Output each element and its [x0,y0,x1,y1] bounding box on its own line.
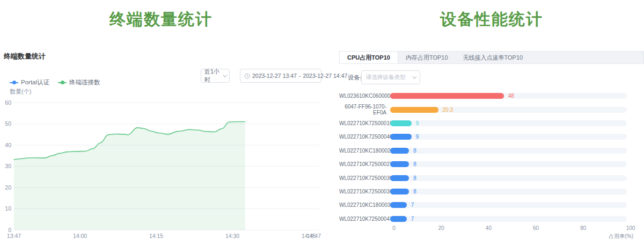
x-tick-label: 14:30 [225,233,239,239]
device-type-select[interactable]: 请选择设备类型 [361,70,420,84]
bar-x-tick-label: 20 [438,225,444,231]
bar-fill[interactable] [390,134,412,140]
y-tick-label: 40 [5,142,11,148]
tab-1[interactable]: 内存占用TOP10 [398,52,456,63]
device-name-label[interactable]: WL022710K725000369 [339,189,390,194]
x-tick-label: 14:15 [149,233,163,239]
bar-x-axis: 020406080100 [339,225,644,233]
device-name-label[interactable]: WL022710KC18000372 [339,202,390,208]
left-card-title: 终端数量统计 [4,52,46,61]
bar-fill[interactable] [390,107,438,113]
device-name-label[interactable]: WL022710K725000409 [339,134,390,140]
bar-x-tick-label: 40 [486,225,492,231]
bar-fill[interactable] [390,216,407,222]
bar-fill[interactable] [390,175,409,181]
date-range-picker[interactable]: 2023-12-27 13:47 - 2023-12-27 14:47 [240,69,321,83]
area-fill [14,122,245,230]
y-tick-label: 20 [5,184,11,191]
legend-marker-icon [58,82,67,83]
bar-fill[interactable] [390,148,409,154]
bar-row-4: WL022710KC180002808 [339,144,644,157]
bar-track: 7 [390,216,627,222]
bar-value-label: 8 [413,175,416,181]
legend-marker-icon [10,82,18,83]
clock-icon [244,73,250,79]
chevron-down-icon [223,73,227,77]
bar-fill[interactable] [390,120,412,126]
bar-row-9: WL022710K7250004707 [339,212,644,226]
bar-row-3: WL022710K7250004099 [339,130,644,143]
legend-label: 终端连接数 [69,78,100,87]
device-name-label[interactable]: WL022710K725000102 [339,120,390,126]
device-type-placeholder: 请选择设备类型 [366,74,406,81]
bar-row-6: WL022710K7250003078 [339,171,644,184]
bar-track: 9 [390,120,627,126]
device-name-label[interactable]: WL022710K725000470 [339,216,390,222]
cpu-top10-bar-chart: WL023610KC06000043486047-FF96-1070-EF0A2… [339,89,644,226]
bar-x-tick-label: 80 [580,225,586,231]
bar-fill[interactable] [390,202,407,208]
bar-track: 8 [390,161,627,167]
bar-row-1: 6047-FF96-1070-EF0A20.3 [339,103,644,116]
bar-row-2: WL022710K7250001029 [339,117,644,130]
device-name-label[interactable]: 6047-FF96-1070-EF0A [339,104,390,116]
date-range-separator: - [299,73,301,79]
terminal-count-panel: 终端数量统计 终端数量统计 近1小时 2023-12-27 13:47 - 20… [0,0,322,245]
y-tick-label: 30 [5,163,11,169]
chevron-down-icon [412,74,416,78]
bar-value-label: 7 [411,216,414,222]
x-tick-label: 14:47 [307,233,321,239]
y-tick-label: 10 [5,205,11,212]
bar-row-5: WL022710K7250002728 [339,157,644,171]
bar-x-tick-label: 100 [626,225,635,231]
bar-value-label: 8 [413,189,416,194]
legend-item-1[interactable]: 终端连接数 [58,78,100,87]
x-tick-label: 14:00 [73,233,87,239]
y-axis-name: 数量(个) [10,88,31,96]
bar-row-7: WL022710K7250003698 [339,185,644,198]
tab-2[interactable]: 无线接入点速率TOP10 [456,52,531,63]
time-range-value: 近1小时 [204,68,223,84]
legend-label: Portal认证 [21,78,49,87]
right-page-title: 设备性能统计 [339,9,644,31]
device-name-label[interactable]: WL022710KC18000280 [339,148,390,154]
bar-value-label: 8 [413,148,416,154]
chart-legend: Portal认证终端连接数 [10,78,100,87]
bar-x-axis-name: 占用率(%) [609,233,633,240]
bar-x-tick-label: 0 [392,225,396,231]
bar-x-tick-label: 60 [533,225,539,231]
bar-value-label: 8 [413,161,416,167]
bar-track: 48 [390,93,627,99]
bar-value-label: 9 [416,134,419,140]
bar-track: 20.3 [390,107,627,113]
bar-fill[interactable] [390,189,409,194]
bar-track: 7 [390,202,627,208]
legend-item-0[interactable]: Portal认证 [10,78,49,87]
bar-value-label: 7 [411,202,414,208]
device-name-label[interactable]: WL022710K725000307 [339,175,390,181]
bar-fill[interactable] [390,93,504,99]
bar-track: 8 [390,189,627,194]
bar-value-label: 20.3 [443,107,453,113]
bar-value-label: 48 [508,93,514,99]
device-name-label[interactable]: WL022710K725000272 [339,161,390,167]
date-range-start[interactable]: 2023-12-27 13:47 [252,73,297,79]
x-tick-label: 13:47 [7,233,21,239]
y-tick-label: 0 [8,227,11,233]
bar-track: 9 [390,134,627,140]
bar-row-8: WL022710KC180003727 [339,198,644,212]
time-range-select[interactable]: 近1小时 [201,69,230,83]
device-name-label[interactable]: WL023610KC06000043 [339,93,390,99]
y-tick-label: 60 [5,99,11,106]
tab-0[interactable]: CPU占用TOP10 [340,52,398,63]
left-page-title: 终端数量统计 [0,9,322,31]
bar-row-0: WL023610KC0600004348 [339,89,644,103]
bar-track: 8 [390,175,627,181]
y-tick-label: 50 [5,120,11,127]
bar-fill[interactable] [390,161,409,167]
terminal-count-area-chart[interactable]: 010203040506013:4714:0014:1514:3014:4514… [0,99,322,241]
bar-value-label: 9 [416,120,419,126]
bar-track: 8 [390,148,627,154]
device-performance-panel: 设备性能统计 CPU占用TOP10内存占用TOP10无线接入点速率TOP10 设… [339,0,644,245]
performance-tabs: CPU占用TOP10内存占用TOP10无线接入点速率TOP10 [339,51,644,64]
